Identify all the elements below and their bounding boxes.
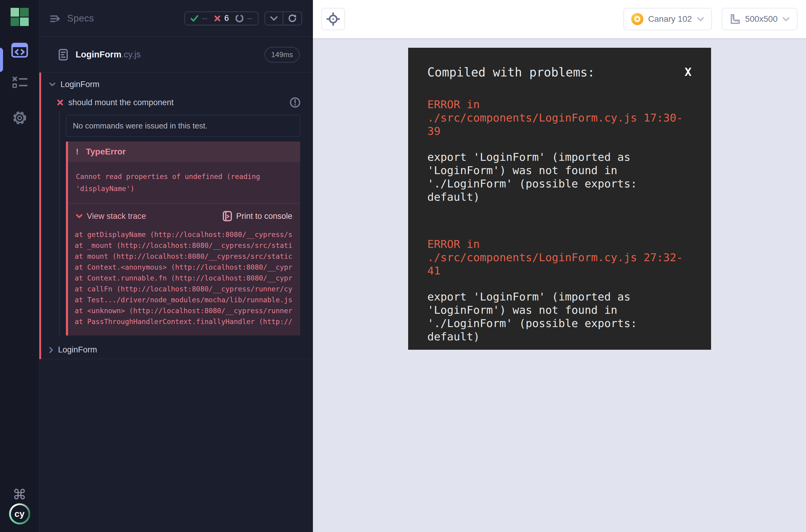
- chevron-right-icon: [49, 347, 53, 353]
- stack-frame: at PassThroughHandlerContext.finallyHand…: [75, 316, 300, 327]
- error-message: Cannot read properties of undefined (rea…: [68, 162, 300, 204]
- error-bang-icon: !: [76, 147, 79, 156]
- view-stack-trace-label: View stack trace: [87, 212, 146, 221]
- stack-frame: at Context.runnable.fn (http://localhost…: [75, 273, 300, 284]
- spec-list-icon: [50, 14, 60, 23]
- crosshair-icon: [326, 13, 340, 26]
- compile-error: ERROR in ./src/components/LoginForm.cy.j…: [428, 238, 692, 343]
- nav-runs-button[interactable]: [0, 73, 39, 92]
- stack-frame: at _mount (http://localhost:8080/__cypre…: [75, 240, 300, 251]
- gear-icon: [12, 110, 27, 126]
- chevron-down-icon: [270, 16, 278, 21]
- test-results-icon: [12, 76, 27, 88]
- pending-count: --: [247, 14, 252, 23]
- code-window-icon: [11, 43, 28, 58]
- failed-icon: [214, 15, 221, 22]
- icon-rail: ⌘ cy: [0, 0, 39, 532]
- keyboard-shortcuts-button[interactable]: ⌘: [0, 485, 39, 504]
- command-icon: ⌘: [13, 486, 26, 503]
- refresh-icon: [288, 14, 297, 23]
- cypress-brand-button[interactable]: cy: [0, 504, 39, 524]
- ruler-icon: [730, 14, 741, 24]
- error-controls: View stack trace Print to console: [68, 204, 300, 229]
- test-error-panel: ! TypeError Cannot read properties of un…: [66, 141, 300, 336]
- chevron-down-icon: [76, 214, 82, 218]
- chevron-down-icon: [49, 82, 56, 87]
- selector-playground-button[interactable]: [321, 8, 345, 30]
- compile-error-location: ERROR in ./src/components/LoginForm.cy.j…: [428, 238, 692, 278]
- spec-extension: .cy.js: [121, 50, 140, 59]
- logo-square: [20, 18, 29, 26]
- aut-toolbar: Canary 102 500x500: [313, 0, 806, 38]
- stack-frame: at mount (http://localhost:8080/__cypres…: [75, 251, 300, 262]
- cypress-logo-text: cy: [11, 505, 29, 522]
- specs-panel: Specs -- 6 --: [39, 0, 313, 532]
- error-name: TypeError: [86, 147, 126, 156]
- aut-stage: Compiled with problems: X ERROR in ./src…: [313, 38, 806, 532]
- cypress-grid-logo: [11, 8, 29, 26]
- compile-error-message: export 'LoginForm' (imported as 'LoginFo…: [428, 151, 692, 204]
- logo-square: [11, 8, 19, 17]
- test-attempt-body: No commands were issued in this test. ! …: [59, 111, 313, 336]
- test-failed-icon: [57, 99, 63, 106]
- run-controls: [264, 12, 302, 25]
- view-stack-trace-toggle[interactable]: View stack trace: [76, 212, 146, 221]
- browser-label: Canary 102: [648, 14, 692, 24]
- exclamation-circle-icon[interactable]: [289, 97, 301, 108]
- compile-error: ERROR in ./src/components/LoginForm.cy.j…: [428, 98, 692, 204]
- overlay-title: Compiled with problems:: [428, 65, 595, 79]
- failed-count: 6: [224, 14, 229, 23]
- run-stats: -- 6 --: [184, 12, 259, 25]
- no-commands-box: No commands were issued in this test.: [66, 115, 300, 137]
- passed-count: --: [202, 14, 207, 23]
- test-title: should mount the component: [68, 98, 173, 107]
- aut-area: Canary 102 500x500: [313, 0, 806, 532]
- spec-file-name: LoginForm.cy.js: [76, 50, 140, 60]
- spec-base-name: LoginForm: [76, 50, 121, 59]
- active-nav-indicator: [0, 48, 3, 72]
- nav-specs-button[interactable]: [0, 40, 39, 60]
- spec-duration-badge: 149ms: [264, 47, 300, 62]
- stack-frame: at Test.../driver/node_modules/mocha/lib…: [75, 294, 300, 305]
- stack-frame: at Context.<anonymous> (http://localhost…: [75, 262, 300, 273]
- terminal-icon: [223, 211, 232, 221]
- chevron-down-icon: [697, 17, 704, 21]
- no-commands-text: No commands were issued in this test.: [73, 121, 207, 131]
- overlay-close-button[interactable]: X: [685, 65, 692, 79]
- error-header: ! TypeError: [68, 141, 300, 162]
- logo-square: [11, 18, 19, 26]
- rerun-button[interactable]: [283, 12, 301, 25]
- webpack-error-overlay: Compiled with problems: X ERROR in ./src…: [408, 48, 711, 350]
- browser-picker[interactable]: Canary 102: [623, 8, 712, 30]
- viewport-label: 500x500: [745, 14, 777, 24]
- failed-test-row[interactable]: should mount the component: [39, 94, 313, 111]
- compile-error-message: export 'LoginForm' (imported as 'LoginFo…: [428, 290, 692, 343]
- spec-file-row[interactable]: LoginForm.cy.js 149ms: [39, 37, 313, 73]
- compile-error-location: ERROR in ./src/components/LoginForm.cy.j…: [428, 98, 692, 138]
- cypress-logo: cy: [9, 503, 30, 525]
- stack-frame: at callFn (http://localhost:8080/__cypre…: [75, 284, 300, 294]
- viewport-picker[interactable]: 500x500: [721, 8, 798, 30]
- stack-trace-list: at getDisplayName (http://localhost:8080…: [68, 229, 300, 336]
- suite-row-expanded[interactable]: LoginForm: [39, 75, 313, 94]
- passed-icon: [190, 15, 198, 22]
- print-to-console-label: Print to console: [236, 212, 292, 221]
- chevron-down-icon: [783, 17, 790, 21]
- logo-square: [20, 8, 29, 17]
- suite-row-collapsed[interactable]: LoginForm: [39, 341, 313, 359]
- chrome-canary-icon: [631, 13, 643, 25]
- suite-title: LoginForm: [58, 345, 97, 355]
- suite-title: LoginForm: [60, 80, 99, 89]
- nav-settings-button[interactable]: [0, 108, 39, 128]
- collapse-all-button[interactable]: [265, 12, 283, 25]
- fail-indicator-bar: [39, 73, 41, 359]
- specs-panel-title: Specs: [67, 13, 94, 24]
- failed-spec-block: LoginForm should mount the component No …: [39, 73, 313, 359]
- pending-icon: [236, 15, 243, 22]
- spec-file-icon: [59, 49, 68, 60]
- stack-frame: at <unknown> (http://localhost:8080/__cy…: [75, 305, 300, 316]
- stack-frame: at getDisplayName (http://localhost:8080…: [75, 229, 300, 240]
- print-to-console-button[interactable]: Print to console: [223, 211, 292, 221]
- specs-header: Specs -- 6 --: [39, 0, 313, 37]
